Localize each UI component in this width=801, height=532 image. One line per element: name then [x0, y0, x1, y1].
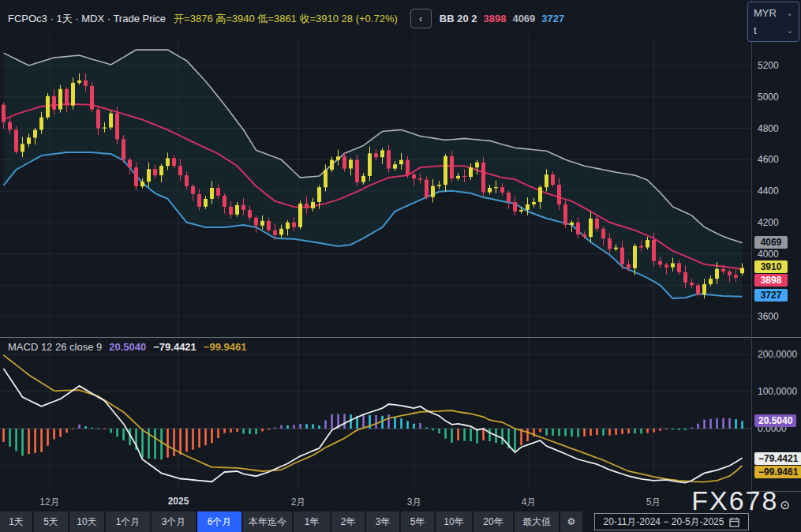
time-axis-label: 4月 — [522, 496, 537, 509]
axis-price-badge: 4069 — [754, 236, 788, 249]
macd-signal-value: −99.9461 — [204, 341, 247, 353]
axis-price-badge: 3910 — [754, 260, 788, 273]
range-button-8[interactable]: 1年 — [294, 511, 331, 532]
axis-price-badge: −79.4421 — [754, 452, 801, 465]
bb-legend-label: BB 20 2 — [440, 13, 477, 24]
macd-legend-label: MACD 12 26 close 9 — [8, 341, 102, 353]
axis-price-badge: 3727 — [754, 289, 788, 302]
ohlc-values: 开=3876 高=3940 低=3861 收=3910 28 (+0.72%) — [174, 12, 398, 26]
price-tick-label: 4600 — [758, 154, 779, 165]
price-tick-label: 3600 — [758, 311, 779, 322]
range-button-14[interactable]: 最大值 — [515, 511, 560, 532]
time-axis-label: 2月 — [291, 496, 306, 509]
calendar-icon — [729, 517, 739, 527]
currency-unit-selector: MYR ⌄ t ⌄ — [747, 2, 799, 42]
price-tick-label: 5200 — [758, 60, 779, 71]
range-button-2[interactable]: 5天 — [34, 511, 69, 532]
range-button-10[interactable]: 3年 — [366, 511, 401, 532]
currency-value: MYR — [754, 7, 777, 19]
chevron-down-icon: ⌄ — [787, 26, 793, 35]
price-tick-label: 4000 — [758, 249, 779, 260]
time-axis-label: 5月 — [646, 496, 661, 509]
unit-dropdown[interactable]: t ⌄ — [754, 24, 793, 36]
axis-price-badge: 20.5040 — [754, 414, 796, 427]
axis-price-badge: 3898 — [754, 274, 788, 287]
range-button-3[interactable]: 10天 — [69, 511, 106, 532]
trading-chart-app: FCPOc3 · 1天 · MDX · Trade Price 开=3876 高… — [0, 0, 801, 532]
unit-value: t — [754, 24, 757, 36]
price-tick-label: 4200 — [758, 217, 779, 228]
bb-legend[interactable]: BB 20 2 3898 4069 3727 — [440, 13, 564, 24]
range-button-5[interactable]: 3个月 — [152, 511, 197, 532]
collapse-legend-button[interactable]: ‹ — [410, 9, 432, 28]
range-button-12[interactable]: 10年 — [436, 511, 473, 532]
price-axis[interactable]: 52005000480046004400420040003600200.0000… — [752, 0, 801, 511]
time-axis-label: 2025 — [168, 496, 189, 507]
axis-price-badge: −99.9461 — [754, 466, 801, 478]
macd-tick-label: 200.0000 — [758, 349, 797, 360]
symbol-title[interactable]: FCPOc3 · 1天 · MDX · Trade Price — [8, 12, 166, 26]
macd-hist-value: 20.5040 — [109, 341, 146, 353]
bb-middle-value: 3898 — [483, 13, 506, 24]
range-button-7[interactable]: 本年迄今 — [243, 511, 294, 532]
range-button-6[interactable]: 6个月 — [197, 511, 243, 532]
macd-legend[interactable]: MACD 12 26 close 9 20.5040 −79.4421 −99.… — [8, 341, 246, 353]
range-button-11[interactable]: 5年 — [401, 511, 436, 532]
watermark-circle-icon: ⊙ — [780, 498, 792, 512]
time-axis-label: 12月 — [39, 496, 59, 509]
currency-dropdown[interactable]: MYR ⌄ — [754, 7, 793, 19]
price-and-macd-chart[interactable] — [0, 0, 751, 491]
date-range-text: 20-11月-2024 − 20-5月-2025 — [604, 515, 724, 529]
time-axis[interactable]: 12月20252月3月4月5月 — [0, 491, 751, 511]
price-tick-label: 5000 — [758, 92, 779, 103]
fx678-watermark: FX678 ⊙ — [691, 485, 792, 516]
range-button-9[interactable]: 2年 — [331, 511, 366, 532]
time-axis-label: 3月 — [407, 496, 422, 509]
watermark-text: FX678 — [691, 485, 778, 516]
chart-header: FCPOc3 · 1天 · MDX · Trade Price 开=3876 高… — [8, 9, 564, 28]
range-button-4[interactable]: 1个月 — [106, 511, 152, 532]
chevron-down-icon: ⌄ — [787, 9, 793, 17]
price-tick-label: 4400 — [758, 185, 779, 197]
range-button-13[interactable]: 20年 — [473, 511, 515, 532]
axis-border — [751, 0, 752, 511]
price-tick-label: 4800 — [758, 123, 779, 134]
macd-line-value: −79.4421 — [153, 341, 197, 353]
bb-upper-value: 4069 — [512, 13, 535, 24]
pane-separator[interactable] — [0, 337, 801, 338]
gear-icon[interactable]: ⚙ — [560, 511, 584, 532]
bb-lower-value: 3727 — [541, 13, 564, 24]
macd-tick-label: 100.0000 — [758, 386, 797, 397]
range-button-1[interactable]: 1天 — [0, 511, 34, 532]
